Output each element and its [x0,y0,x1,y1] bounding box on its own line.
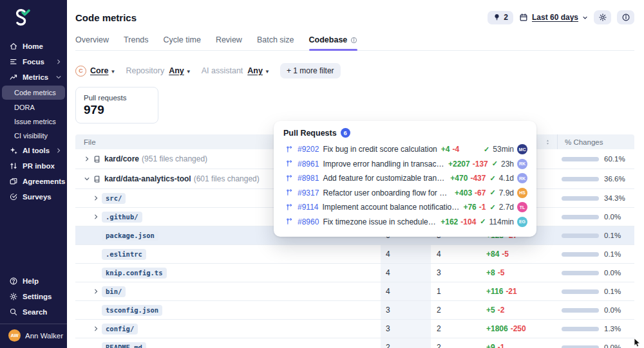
date-range-selector[interactable]: Last 60 days [519,13,588,22]
sidebar-item-pr-inbox[interactable]: PR inbox [0,158,67,174]
additions: +8 [486,268,495,277]
percent-bar [562,234,599,238]
repository-filter[interactable]: Any [169,66,184,75]
percent-changes-cell: 0.0% [557,301,634,319]
merged-check-icon: ✓ [489,203,495,212]
sidebar-item-metrics[interactable]: Metrics [0,69,67,85]
metric-card-label: Pull requests [84,94,150,102]
percent-label: 36.6% [604,175,625,183]
file-cell: .eslintrc [75,245,381,263]
sidebar-item-search[interactable]: Search [0,304,67,320]
insights-button[interactable]: 2 [488,11,513,24]
pr-additions: +2207 [448,160,470,169]
pr-cycle-time: 4.1d [499,174,514,183]
pr-additions: +4 [441,145,450,154]
sidebar-item-help[interactable]: Help [0,273,67,289]
pull-requests-popup: Pull Requests 6 #9202Fix bug in credit s… [274,121,536,237]
pull-requests-cell: 4 [381,264,431,282]
settings-button[interactable] [594,10,611,24]
pull-request-icon [286,188,294,197]
merged-check-icon: ✓ [489,188,495,197]
table-row[interactable]: config/32+1806-2501.3% [75,320,634,338]
pr-number-link[interactable]: #8981 [298,174,319,183]
sidebar-item-label: Focus [23,58,44,66]
sidebar-nav-top: HomeFocusMetrics [0,39,67,85]
sidebar-item-home[interactable]: Home [0,39,67,54]
file-name-chip: config/ [102,324,138,334]
sidebar-item-ai-tools[interactable]: AI tools [0,143,67,158]
tab-info-icon[interactable] [350,37,357,44]
sidebar-item-dora[interactable]: DORA [0,100,67,114]
file-cell: tsconfig.json [75,301,381,319]
pr-cycle-time: 53min [493,145,514,154]
percent-bar [562,345,599,348]
pr-cycle-time: 7.9d [499,188,514,197]
percent-changes-cell: 34.3% [557,189,634,207]
sidebar-item-agreements[interactable]: Agreements [0,174,67,189]
swarmia-logo[interactable] [12,8,67,28]
tab-overview[interactable]: Overview [75,34,109,50]
deletions: -2 [498,306,505,315]
percent-bar [562,177,599,181]
sort-icon[interactable] [544,138,551,146]
pr-number-link[interactable]: #9202 [298,145,319,154]
pull-request-icon [286,217,294,226]
tab-label: Batch size [257,35,294,44]
pr-number-link[interactable]: #8961 [298,160,319,169]
sidebar-item-surveys[interactable]: Surveys [0,189,67,205]
pr-number-link[interactable]: #8960 [298,217,319,226]
pull-requests-cell: 2 [381,338,431,348]
sidebar-item-settings[interactable]: Settings [0,289,67,304]
percent-changes-column-header[interactable]: % Changes [557,134,634,149]
sidebar-item-label: Issue metrics [14,118,56,125]
additions: +84 [486,250,499,259]
pull-requests-metric-card[interactable]: Pull requests 979 [75,87,158,124]
percent-label: 0.1% [604,250,621,258]
expand-chevron[interactable] [93,325,102,332]
expand-chevron[interactable] [84,176,93,182]
sidebar-item-ci-visibility[interactable]: CI visibility [0,129,67,143]
sidebar-nav-mid: AI toolsPR inboxAgreementsSurveys [0,143,67,205]
user-menu[interactable]: AW Ann Walker [0,324,67,348]
table-row[interactable]: tsconfig.json32+5-20.0% [75,301,634,320]
pr-author-avatar: RK [517,159,527,169]
tab-trends[interactable]: Trends [124,34,148,50]
tab-review[interactable]: Review [216,34,242,50]
expand-chevron[interactable] [93,214,102,220]
percent-label: 0.0% [604,306,621,314]
sidebar-item-focus[interactable]: Focus [0,54,67,69]
tab-codebase[interactable]: Codebase [309,34,358,50]
info-button[interactable] [617,10,634,24]
popup-pr-row[interactable]: #8981Add feature for customizable transa… [283,171,527,186]
popup-pr-row[interactable]: #8960Fix timezone issue in scheduled pay… [283,215,527,230]
popup-pr-row[interactable]: #9202Fix bug in credit score calculation… [283,142,527,157]
tab-cycle-time[interactable]: Cycle time [164,34,201,50]
tab-label: Review [216,35,242,44]
ai-assistant-filter[interactable]: Any [247,66,263,75]
expand-chevron[interactable] [84,156,93,162]
table-row[interactable]: .eslintrc44+84-50.1% [75,245,634,264]
popup-pr-row[interactable]: #8961Improve error handling in transacti… [283,157,527,172]
percent-label: 0.0% [604,213,621,221]
pr-number-link[interactable]: #9114 [298,203,318,212]
popup-pr-row[interactable]: #9114Implement account balance notificat… [283,200,527,215]
expand-chevron[interactable] [93,288,102,295]
changes-cell: +8-5 [486,268,557,277]
pr-number-link[interactable]: #9317 [298,188,319,197]
deletions: -1 [498,343,505,348]
chevron-down-icon: ▼ [110,69,115,75]
pr-title: Add feature for customizable transaction… [323,174,446,183]
sidebar-item-code-metrics[interactable]: Code metrics [2,86,65,100]
more-filters-button[interactable]: + 1 more filter [280,63,341,78]
chevron-down-icon: ▼ [265,69,270,75]
table-row[interactable]: knip.config.ts43+8-50.0% [75,264,634,282]
authors-cell: 2 [431,343,486,348]
sidebar-item-issue-metrics[interactable]: Issue metrics [0,114,67,129]
popup-pr-row[interactable]: #9317Refactor user onboarding flow for s… [283,186,527,201]
table-row[interactable]: bin/41+116-210.1% [75,282,634,301]
merged-check-icon: ✓ [492,160,498,168]
tab-batch-size[interactable]: Batch size [257,34,294,50]
expand-chevron[interactable] [93,195,102,201]
table-row[interactable]: README.md22+9-10.0% [75,338,634,348]
team-filter[interactable]: Core [90,66,108,75]
